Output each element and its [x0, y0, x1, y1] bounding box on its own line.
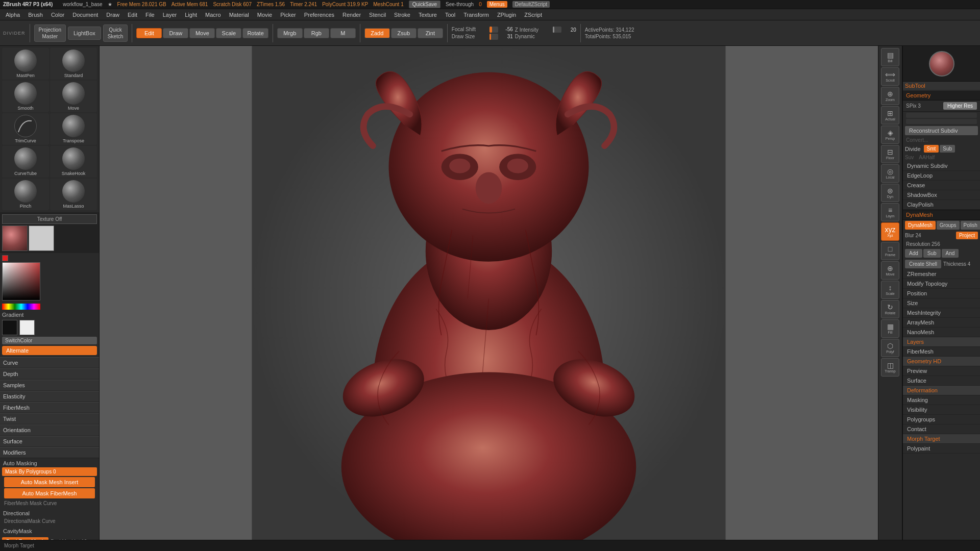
actual-btn[interactable]: ⊞ Actual [881, 106, 899, 124]
menu-zscript[interactable]: ZScript [521, 11, 546, 19]
curve-section[interactable]: Curve [0, 357, 99, 368]
orientation-section[interactable]: Orientation [0, 424, 99, 436]
preview-item[interactable]: Preview [903, 366, 980, 376]
brush-alpha-preview[interactable] [29, 226, 54, 251]
morph-target-item[interactable]: Morph Target [903, 434, 980, 444]
menu-stroke[interactable]: Stroke [390, 11, 414, 19]
polish-btn[interactable]: Polish [961, 221, 980, 230]
canvas-area[interactable] [100, 46, 878, 551]
quicksave-button[interactable]: QuickSave [409, 1, 440, 8]
position-item[interactable]: Position [903, 289, 980, 298]
z-intensity-slider[interactable] [553, 27, 561, 33]
dynamesh-btn[interactable]: DynaMesh [905, 221, 936, 230]
rotate-tool-btn[interactable]: ↻ Rotate [881, 300, 899, 318]
brush-trimcurve[interactable]: TrimCurve [2, 113, 49, 145]
auto-mask-mesh-insert-btn[interactable]: Auto Mask Mesh Insert [4, 477, 95, 487]
switch-color-btn[interactable]: SwitchColor [2, 337, 97, 344]
menu-preferences[interactable]: Preferences [301, 11, 338, 19]
surface-item[interactable]: Surface [903, 376, 980, 386]
quick-sketch-btn[interactable]: Quick Sketch [103, 24, 128, 42]
nanomesh-item[interactable]: NanoMesh [903, 328, 980, 337]
line-fill-btn[interactable]: ▦ Fill [881, 319, 899, 338]
menus-label[interactable]: Menus [487, 1, 507, 8]
edit-btn[interactable]: Edit [136, 28, 162, 38]
higher-res-btn[interactable]: Higher Res [943, 102, 977, 110]
zadd-btn[interactable]: Zadd [364, 28, 390, 38]
groups-btn[interactable]: Groups [937, 221, 960, 230]
scroll-btn[interactable]: ⟺ Scroll [881, 67, 899, 86]
dynamic-subdiv-item[interactable]: Dynamic Subdiv [903, 161, 980, 171]
gradient-picker[interactable] [2, 262, 40, 300]
twist-section[interactable]: Twist [0, 413, 99, 424]
menu-file[interactable]: File [142, 11, 158, 19]
scale-tool-btn[interactable]: ↕ Scale [881, 281, 899, 299]
menu-macro[interactable]: Macro [202, 11, 225, 19]
hue-slider[interactable] [2, 304, 40, 310]
elasticity-section[interactable]: Elasticity [0, 391, 99, 402]
draw-size-slider[interactable] [489, 34, 498, 40]
texture-off-btn[interactable]: Texture Off [2, 214, 97, 224]
persp-btn[interactable]: ◈ Persp [881, 126, 899, 144]
create-shell-btn[interactable]: Create Shell [905, 260, 941, 268]
rgb-btn[interactable]: Rgb [304, 28, 329, 38]
viewport[interactable] [100, 46, 878, 551]
shadowbox-item[interactable]: ShadowBox [903, 190, 980, 200]
move-btn[interactable]: Move [189, 28, 215, 38]
mrgb-btn[interactable]: Mrgb [277, 28, 303, 38]
xyz-btn[interactable]: xyz Xyz [881, 222, 899, 241]
menu-transform[interactable]: Transform [460, 11, 493, 19]
brush-transpose[interactable]: Transpose [50, 113, 97, 145]
rotate-btn[interactable]: Rotate [242, 28, 268, 38]
brush-move[interactable]: Move [50, 81, 97, 112]
crease-item[interactable]: Crease [903, 181, 980, 190]
polyf-btn[interactable]: ⬡ Polyf [881, 339, 899, 357]
menu-edit[interactable]: Edit [124, 11, 141, 19]
menu-light[interactable]: Light [181, 11, 201, 19]
brush-maslasso[interactable]: MasLasso [50, 179, 97, 210]
menu-material[interactable]: Material [226, 11, 253, 19]
brush-smooth[interactable]: Smooth [2, 81, 49, 112]
scale-btn[interactable]: Scale [216, 28, 241, 38]
sub-dyn-btn[interactable]: Sub [923, 249, 941, 258]
claypolish-item[interactable]: ClayPolish [903, 200, 980, 210]
floor-btn[interactable]: ⊟ Floor [881, 145, 899, 163]
size-item[interactable]: Size [903, 298, 980, 308]
m-btn[interactable]: M [330, 28, 356, 38]
color-indicator[interactable] [2, 255, 8, 261]
visibility-item[interactable]: Visibility [903, 405, 980, 415]
frame-btn[interactable]: □ Frame [881, 242, 899, 260]
dynamic-btn[interactable]: ⊛ Dyn [881, 184, 899, 202]
default-zscript[interactable]: DefaultZScript [512, 1, 550, 8]
menu-movie[interactable]: Movie [254, 11, 276, 19]
zint-btn[interactable]: Zint [418, 28, 443, 38]
menu-zplugin[interactable]: ZPlugin [494, 11, 520, 19]
brush-standard[interactable]: Standard [50, 48, 97, 80]
sub-btn[interactable]: Sub [940, 145, 955, 153]
auto-mask-fibermesh-btn[interactable]: Auto Mask FiberMesh [4, 488, 95, 498]
matcap-preview[interactable] [2, 226, 28, 251]
brush-curvetube[interactable]: CurveTube [2, 146, 49, 178]
menu-tool[interactable]: Tool [442, 11, 459, 19]
arraymesh-item[interactable]: ArrayMesh [903, 318, 980, 328]
geometry-hd-item[interactable]: Geometry HD [903, 357, 980, 366]
transp-btn[interactable]: ◫ Transp [881, 358, 899, 377]
add-btn[interactable]: Add [905, 249, 922, 258]
polygroups-item[interactable]: Polygroups [903, 415, 980, 424]
depth-section[interactable]: Depth [0, 368, 99, 380]
deformation-item[interactable]: Deformation [903, 386, 980, 395]
zoom-btn[interactable]: ⊕ Zoom [881, 87, 899, 105]
menu-document[interactable]: Document [69, 11, 102, 19]
projection-master-btn[interactable]: Projection Master [34, 24, 66, 42]
mesh-integrity-item[interactable]: MeshIntegrity [903, 308, 980, 318]
polypaint-item[interactable]: Polypaint [903, 444, 980, 454]
subtool-avatar[interactable] [929, 51, 954, 77]
masking-item[interactable]: Masking [903, 395, 980, 405]
dynamesh-header[interactable]: DynaMesh [903, 210, 980, 220]
draw-btn[interactable]: Draw [163, 28, 188, 38]
menu-layer[interactable]: Layer [159, 11, 181, 19]
surface-section[interactable]: Surface [0, 436, 99, 447]
menu-brush[interactable]: Brush [24, 11, 46, 19]
color-swatch-white[interactable] [19, 320, 35, 335]
lightbox-btn[interactable]: LightBox [68, 27, 101, 40]
smt-btn[interactable]: Smt [924, 145, 939, 153]
